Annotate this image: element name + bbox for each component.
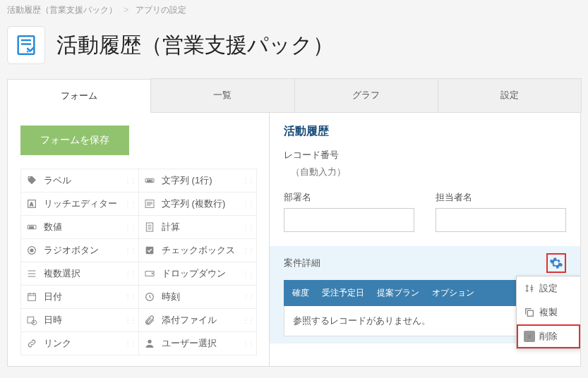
sub-section-title: 案件詳細 [284, 257, 320, 269]
field-picker-date[interactable]: 日付 [20, 285, 139, 309]
field-picker-drop[interactable]: ドロップダウン [138, 262, 257, 286]
user-icon [143, 337, 156, 350]
form-canvas: 活動履歴 レコード番号 （自動入力） 部署名 担当者名 案件詳細 [269, 113, 580, 366]
menu-settings-label: 設定 [539, 282, 558, 295]
save-form-button[interactable]: フォームを保存 [20, 126, 129, 155]
close-icon: × [524, 331, 535, 342]
field-picker-label: 複数選択 [44, 267, 80, 280]
text1-icon: ABC [143, 174, 156, 187]
breadcrumb-page: アプリの設定 [136, 5, 186, 15]
field-picker-rich[interactable]: Aリッチエディター [20, 192, 139, 216]
tag-icon [25, 174, 38, 187]
field-picker-label: 日付 [44, 291, 62, 303]
time-icon [143, 291, 156, 303]
tab-graph[interactable]: グラフ [294, 78, 438, 112]
check-icon [143, 244, 156, 257]
tabs: フォーム 一覧 グラフ 設定 [7, 78, 581, 113]
svg-point-10 [30, 249, 33, 252]
field-picker-label: 文字列 (複数行) [162, 197, 225, 210]
field-picker-text1[interactable]: ABC文字列 (1行) [138, 169, 257, 193]
svg-rect-11 [146, 247, 154, 255]
svg-text:123: 123 [29, 226, 34, 229]
field-picker-label: ドロップダウン [162, 267, 226, 280]
field-picker-calc[interactable]: 計算 [138, 215, 257, 239]
multi-icon [25, 267, 38, 280]
gear-icon[interactable] [549, 256, 563, 270]
record-number-label: レコード番号 [284, 149, 566, 161]
svg-text:ABC: ABC [147, 179, 152, 183]
textm-icon [143, 197, 156, 210]
field-picker-user[interactable]: ユーザー選択 [138, 331, 257, 355]
svg-rect-13 [28, 293, 36, 300]
menu-settings[interactable]: 設定 [517, 276, 580, 300]
svg-rect-18 [527, 310, 533, 316]
field-picker-label: リッチエディター [44, 197, 117, 210]
dept-label: 部署名 [284, 191, 414, 204]
field-picker-label: リンク [44, 337, 71, 350]
field-picker-time[interactable]: 時刻 [138, 285, 257, 309]
content: フォームを保存 ラベルABC文字列 (1行)Aリッチエディター文字列 (複数行)… [7, 113, 581, 367]
field-dropdown: 設定 複製 × 削除 [516, 276, 580, 349]
svg-rect-15 [28, 317, 34, 323]
tab-settings[interactable]: 設定 [438, 78, 582, 112]
field-picker-label: 時刻 [162, 291, 180, 303]
tab-list[interactable]: 一覧 [150, 78, 294, 112]
field-picker-label: 文字列 (1行) [162, 174, 212, 187]
radio-icon [25, 244, 38, 257]
field-picker-attach[interactable]: 添付ファイル [138, 308, 257, 332]
section-title: 活動履歴 [284, 124, 566, 139]
menu-duplicate-label: 複製 [539, 306, 558, 319]
svg-point-17 [148, 340, 151, 343]
field-picker-label: ラベル [44, 174, 71, 187]
app-header: 活動履歴（営業支援パック） [0, 20, 588, 78]
breadcrumb: 活動履歴（営業支援パック） > アプリの設定 [0, 0, 588, 20]
field-picker-datetime[interactable]: 日時 [20, 308, 139, 332]
gear-highlight [546, 253, 566, 273]
field-picker-num[interactable]: 123数値 [20, 215, 139, 239]
menu-duplicate[interactable]: 複製 [517, 300, 580, 324]
field-picker-textm[interactable]: 文字列 (複数行) [138, 192, 257, 216]
svg-rect-0 [18, 36, 35, 54]
field-picker-tag[interactable]: ラベル [20, 169, 139, 193]
num-icon: 123 [25, 221, 38, 233]
field-picker-label: ラジオボタン [44, 244, 99, 257]
field-picker-check[interactable]: チェックボックス [138, 238, 257, 262]
link-icon [25, 337, 38, 350]
breadcrumb-app[interactable]: 活動履歴（営業支援パック） [7, 5, 117, 15]
rich-icon: A [25, 197, 38, 210]
attach-icon [143, 314, 156, 327]
field-picker-radio[interactable]: ラジオボタン [20, 238, 139, 262]
record-number-value: （自動入力） [284, 166, 566, 178]
datetime-icon [25, 314, 38, 327]
menu-delete[interactable]: × 削除 [517, 324, 580, 348]
date-icon [25, 291, 38, 303]
field-picker-label: 数値 [44, 221, 62, 233]
field-picker-multi[interactable]: 複数選択 [20, 262, 139, 286]
col-confidence: 確度 [292, 287, 309, 299]
sub-section: 案件詳細 確度 受注予定日 提案プラン オプション 参照するレコードがありません… [270, 246, 580, 343]
field-picker-label: チェックボックス [162, 244, 235, 257]
page-title: 活動履歴（営業支援パック） [56, 31, 334, 60]
person-label: 担当者名 [436, 191, 566, 204]
tab-form[interactable]: フォーム [7, 79, 151, 113]
svg-text:A: A [30, 202, 33, 207]
app-icon [7, 26, 45, 64]
col-plan: 提案プラン [377, 287, 419, 299]
field-picker-link[interactable]: リンク [20, 331, 139, 355]
calc-icon [143, 221, 156, 233]
left-panel: フォームを保存 ラベルABC文字列 (1行)Aリッチエディター文字列 (複数行)… [8, 113, 269, 366]
field-picker-label: 計算 [162, 221, 180, 233]
drop-icon [143, 267, 156, 280]
field-picker-label: ユーザー選択 [162, 337, 217, 350]
field-picker-label: 日時 [44, 314, 62, 327]
field-palette: ラベルABC文字列 (1行)Aリッチエディター文字列 (複数行)123数値計算ラ… [20, 169, 256, 355]
col-option: オプション [432, 287, 474, 299]
dept-field[interactable] [284, 208, 414, 232]
breadcrumb-sep: > [124, 5, 128, 15]
menu-delete-label: 削除 [539, 330, 558, 343]
col-order-date: 受注予定日 [322, 287, 364, 299]
person-field[interactable] [436, 208, 566, 232]
field-picker-label: 添付ファイル [162, 314, 217, 327]
